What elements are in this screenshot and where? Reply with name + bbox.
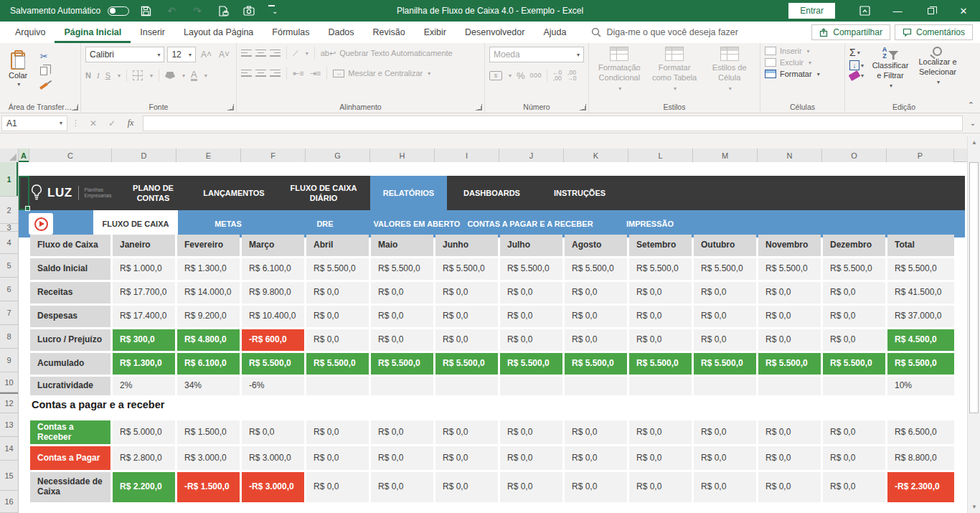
accounting-format-icon[interactable]: $ — [489, 71, 502, 80]
nav-tab-instru-es[interactable]: INSTRUÇÕES — [537, 176, 623, 210]
cell-despesas-8[interactable]: R$ 0,0 — [629, 306, 692, 327]
cell-contas-a-pagar-9[interactable]: R$ 0,0 — [694, 446, 756, 470]
cell-saldo-inicial-5[interactable]: R$ 5.500,0 — [435, 258, 498, 280]
cell-lucratividade-3[interactable] — [306, 377, 369, 395]
cell-contas-a-pagar-12[interactable]: R$ 8.800,0 — [887, 446, 954, 470]
collapse-ribbon-icon[interactable]: ⌃ — [968, 100, 974, 110]
cell-lucro-preju-zo-8[interactable]: R$ 0,0 — [629, 329, 692, 351]
scroll-up-icon[interactable]: ▲ — [969, 136, 980, 149]
ribbon-tab-inserir[interactable]: Inserir — [131, 22, 174, 43]
camera-icon[interactable] — [240, 3, 258, 19]
row-header-13[interactable]: 13 — [0, 413, 18, 437]
cell-lucro-preju-zo-6[interactable]: R$ 0,0 — [500, 329, 562, 351]
cell-despesas-1[interactable]: R$ 9.200,0 — [177, 306, 240, 327]
cell-despesas-9[interactable]: R$ 0,0 — [694, 306, 756, 327]
column-header-F[interactable]: F — [241, 149, 306, 162]
cell-despesas-0[interactable]: R$ 17.400,0 — [113, 306, 175, 327]
header-cell-fevereiro[interactable]: Fevereiro — [177, 235, 240, 256]
row-header-14[interactable]: 14 — [0, 437, 18, 461]
row-label-acumulado[interactable]: Acumulado — [30, 353, 110, 375]
column-header-I[interactable]: I — [435, 149, 499, 162]
cell-necessidade-de-caixa-9[interactable]: R$ 0,0 — [694, 472, 756, 502]
cell-contas-a-receber-0[interactable]: R$ 5.000,0 — [113, 420, 175, 444]
nav-tab-fluxo-de-caixa-di-rio[interactable]: FLUXO DE CAIXA DIÁRIO — [277, 176, 370, 210]
row-header-8[interactable]: 8 — [0, 325, 18, 349]
nav-tab-plano-de-contas[interactable]: PLANO DE CONTAS — [116, 176, 191, 210]
tell-me-search[interactable]: Diga-me o que você deseja fazer — [591, 22, 738, 43]
row-label-lucratividade[interactable]: Lucratividade — [30, 377, 110, 395]
ribbon-tab-desenvolvedor[interactable]: Desenvolvedor — [456, 22, 534, 43]
font-size-select[interactable]: 12▾ — [167, 47, 196, 62]
row-header-6[interactable]: 6 — [0, 278, 18, 301]
cell-lucro-preju-zo-2[interactable]: -R$ 600,0 — [242, 329, 304, 351]
cell-acumulado-4[interactable]: R$ 5.500,0 — [371, 353, 433, 375]
cell-contas-a-receber-11[interactable]: R$ 0,0 — [823, 420, 885, 444]
ribbon-tab-f-rmulas[interactable]: Fórmulas — [263, 22, 319, 43]
row-label-contas-a-pagar[interactable]: Contas a Pagar — [30, 446, 110, 470]
cell-lucratividade-5[interactable] — [435, 377, 498, 395]
column-header-M[interactable]: M — [693, 149, 758, 162]
cell-contas-a-pagar-3[interactable]: R$ 0,0 — [306, 446, 369, 470]
share-button[interactable]: Compartilhar — [811, 24, 890, 40]
row-header-5[interactable]: 5 — [0, 254, 18, 278]
expand-formula-bar-icon[interactable]: ⌄ — [966, 119, 980, 127]
cell-lucratividade-12[interactable]: 10% — [887, 377, 954, 395]
comments-button[interactable]: Comentários — [895, 24, 973, 40]
ribbon-tab-exibir[interactable]: Exibir — [415, 22, 456, 43]
subnav-tab-valores-em-aberto[interactable]: VALORES EM ABERTO — [372, 210, 462, 237]
cell-lucro-preju-zo-0[interactable]: R$ 300,0 — [113, 329, 175, 351]
cell-styles-button[interactable]: Estilos de Célula▾ — [703, 47, 755, 93]
video-play-button[interactable] — [29, 213, 53, 235]
cell-lucro-preju-zo-7[interactable]: R$ 0,0 — [565, 329, 627, 351]
cell-lucratividade-0[interactable]: 2% — [113, 377, 175, 395]
cell-acumulado-1[interactable]: R$ 6.100,0 — [177, 353, 240, 375]
decrease-font-icon[interactable]: A˅ — [217, 50, 232, 60]
decrease-decimal-icon[interactable]: ,00→0 — [567, 70, 576, 82]
increase-indent-icon[interactable]: ⇥≡ — [310, 69, 321, 78]
header-cell-julho[interactable]: Julho — [500, 235, 562, 256]
decrease-indent-icon[interactable]: ⇤≡ — [293, 69, 304, 78]
cell-contas-a-pagar-6[interactable]: R$ 0,0 — [500, 446, 562, 470]
header-cell-abril[interactable]: Abril — [306, 235, 369, 256]
increase-font-icon[interactable]: A˄ — [199, 50, 214, 60]
align-center-icon[interactable] — [255, 70, 266, 77]
wrap-text-button[interactable]: ab↩ Quebrar Texto Automaticamente — [321, 49, 453, 58]
cell-receitas-4[interactable]: R$ 0,0 — [371, 282, 433, 303]
cell-acumulado-12[interactable]: R$ 5.500,0 — [887, 353, 954, 375]
cell-necessidade-de-caixa-1[interactable]: -R$ 1.500,0 — [177, 472, 240, 502]
cell-despesas-7[interactable]: R$ 0,0 — [565, 306, 627, 327]
column-header-O[interactable]: O — [822, 149, 887, 162]
cell-saldo-inicial-6[interactable]: R$ 5.500,0 — [500, 258, 562, 280]
subnav-tab-contas-a-pagar-e-a-receber[interactable]: CONTAS A PAGAR E A RECEBER — [462, 210, 598, 237]
insert-function-icon[interactable]: fx — [121, 118, 140, 128]
comma-style-icon[interactable]: 000 — [530, 72, 542, 79]
cell-receitas-9[interactable]: R$ 0,0 — [694, 282, 756, 303]
fill-color-icon[interactable] — [165, 72, 175, 79]
header-cell-agosto[interactable]: Agosto — [565, 235, 627, 256]
autosave-toggle[interactable] — [108, 6, 129, 16]
confirm-entry-icon[interactable]: ✓ — [103, 118, 121, 128]
cell-lucratividade-9[interactable] — [694, 377, 756, 395]
cell-contas-a-pagar-10[interactable]: R$ 0,0 — [758, 446, 821, 470]
cell-saldo-inicial-0[interactable]: R$ 1.000,0 — [113, 258, 175, 280]
row-header-3[interactable]: 3 — [0, 224, 18, 232]
cell-lucro-preju-zo-11[interactable]: R$ 0,0 — [823, 329, 885, 351]
cell-despesas-6[interactable]: R$ 0,0 — [500, 306, 562, 327]
underline-button[interactable]: S — [105, 71, 110, 80]
cell-receitas-8[interactable]: R$ 0,0 — [629, 282, 692, 303]
cell-contas-a-pagar-11[interactable]: R$ 0,0 — [823, 446, 885, 470]
header-cell-novembro[interactable]: Novembro — [758, 235, 821, 256]
subnav-tab-impress-o[interactable]: IMPRESSÃO — [607, 210, 693, 237]
row-header-15[interactable]: 15 — [0, 461, 18, 491]
ribbon-tab-dados[interactable]: Dados — [319, 22, 363, 43]
cell-contas-a-receber-7[interactable]: R$ 0,0 — [565, 420, 627, 444]
ribbon-tab-ajuda[interactable]: Ajuda — [534, 22, 575, 43]
cell-receitas-6[interactable]: R$ 0,0 — [500, 282, 562, 303]
close-button[interactable]: ✕ — [947, 0, 980, 22]
cell-receitas-10[interactable]: R$ 0,0 — [758, 282, 821, 303]
cell-lucro-preju-zo-1[interactable]: R$ 4.800,0 — [177, 329, 240, 351]
bold-button[interactable]: N — [85, 71, 91, 80]
cell-contas-a-receber-9[interactable]: R$ 0,0 — [694, 420, 756, 444]
format-cells-button[interactable]: Formatar▾ — [765, 70, 840, 78]
conditional-formatting-button[interactable]: Formatação Condicional▾ — [593, 47, 646, 93]
